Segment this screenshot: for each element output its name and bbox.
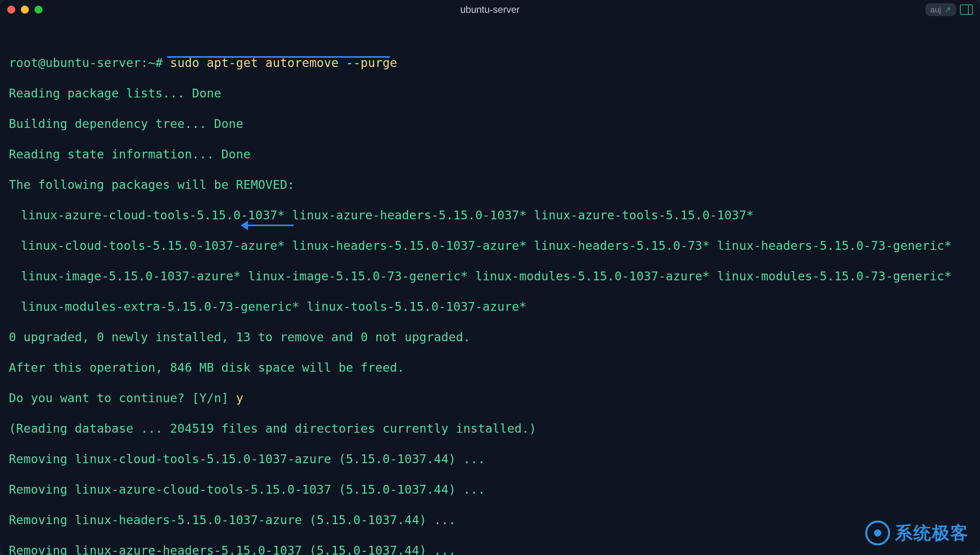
command-underline-annotation (167, 56, 390, 58)
window-title: ubuntu-server (0, 4, 980, 15)
output-line: linux-azure-cloud-tools-5.15.0-1037* lin… (9, 208, 971, 223)
profile-pill-label: auj (930, 5, 941, 14)
output-line: Reading state information... Done (9, 147, 971, 162)
terminal-body[interactable]: root@ubuntu-server:~# sudo apt-get autor… (0, 19, 980, 555)
window-controls (7, 6, 43, 14)
share-icon: ↗ (944, 5, 951, 14)
output-line: Removing linux-azure-headers-5.15.0-1037… (9, 543, 971, 555)
output-line: The following packages will be REMOVED: (9, 177, 971, 192)
close-button[interactable] (7, 6, 15, 14)
output-line: Removing linux-cloud-tools-5.15.0-1037-a… (9, 452, 971, 467)
output-line: Removing linux-headers-5.15.0-1037-azure… (9, 512, 971, 528)
output-line: (Reading database ... 204519 files and d… (9, 421, 971, 436)
continue-answer: y (236, 391, 243, 405)
titlebar-actions: auj ↗ (925, 3, 973, 16)
command-text: sudo apt-get autoremove --purge (170, 56, 397, 70)
prompt-line: root@ubuntu-server:~# sudo apt-get autor… (9, 55, 971, 71)
output-line: 0 upgraded, 0 newly installed, 13 to rem… (9, 330, 971, 345)
prompt-prefix: root@ubuntu-server:~# (9, 56, 163, 70)
minimize-button[interactable] (21, 6, 29, 14)
split-pane-icon[interactable] (960, 4, 973, 15)
terminal-window: ubuntu-server auj ↗ root@ubuntu-server:~… (0, 0, 980, 555)
profile-pill[interactable]: auj ↗ (925, 3, 956, 16)
maximize-button[interactable] (35, 6, 43, 14)
continue-prompt-line: Do you want to continue? [Y/n] y (9, 391, 971, 406)
output-line: linux-cloud-tools-5.15.0-1037-azure* lin… (9, 238, 971, 253)
answer-arrow-annotation (242, 225, 294, 226)
output-line: After this operation, 846 MB disk space … (9, 360, 971, 375)
output-line: Building dependency tree... Done (9, 116, 971, 132)
output-line: linux-image-5.15.0-1037-azure* linux-ima… (9, 269, 971, 284)
output-line: linux-modules-extra-5.15.0-73-generic* l… (9, 299, 971, 314)
output-line: Removing linux-azure-cloud-tools-5.15.0-… (9, 482, 971, 497)
output-line: Reading package lists... Done (9, 86, 971, 101)
continue-question: Do you want to continue? [Y/n] (9, 391, 229, 405)
titlebar: ubuntu-server auj ↗ (0, 0, 980, 19)
